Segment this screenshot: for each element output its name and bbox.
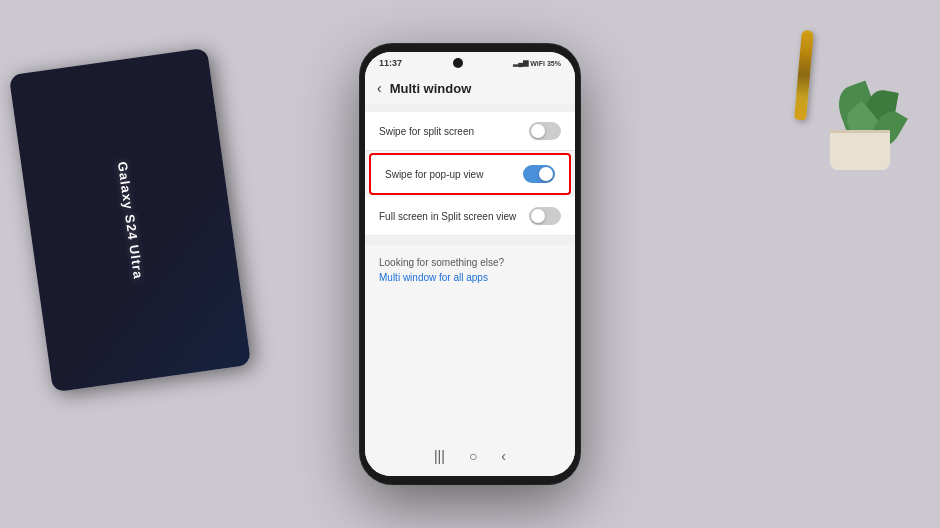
status-icons: ▂▄▆ WiFi 35%	[513, 59, 561, 67]
toggle-fullscreen-split[interactable]	[529, 207, 561, 225]
setting-fullscreen-split[interactable]: Full screen in Split screen view	[365, 197, 575, 236]
phone-device: 11:37 ▂▄▆ WiFi 35% ‹ Multi window Swipe …	[360, 44, 580, 484]
camera-notch	[453, 58, 463, 68]
setting-split-screen-label: Swipe for split screen	[379, 126, 529, 137]
status-time: 11:37	[379, 58, 402, 68]
plant-decoration	[800, 10, 920, 170]
toggle-split-screen-knob	[531, 124, 545, 138]
multi-window-link[interactable]: Multi window for all apps	[379, 272, 561, 283]
toggle-split-screen[interactable]	[529, 122, 561, 140]
screen-header: ‹ Multi window	[365, 72, 575, 104]
plant-pot	[830, 130, 890, 170]
settings-list: Swipe for split screen Swipe for pop-up …	[365, 112, 575, 440]
signal-icon: ▂▄▆	[513, 59, 528, 67]
info-section: Looking for something else? Multi window…	[365, 245, 575, 289]
toggle-popup-view-knob	[539, 167, 553, 181]
back-arrow-icon[interactable]: ‹	[377, 80, 382, 96]
section-gap-2	[365, 237, 575, 245]
info-title: Looking for something else?	[379, 257, 561, 268]
wifi-icon: WiFi	[530, 60, 545, 67]
header-title: Multi window	[390, 81, 472, 96]
status-bar: 11:37 ▂▄▆ WiFi 35%	[365, 52, 575, 72]
back-button[interactable]: ‹	[501, 448, 506, 464]
setting-popup-view[interactable]: Swipe for pop-up view	[369, 153, 571, 195]
toggle-popup-view[interactable]	[523, 165, 555, 183]
battery-text: 35%	[547, 60, 561, 67]
setting-popup-view-label: Swipe for pop-up view	[385, 169, 523, 180]
samsung-box-label: Galaxy S24 Ultra	[114, 160, 145, 280]
home-button[interactable]: ○	[469, 448, 477, 464]
recents-button[interactable]: |||	[434, 448, 445, 464]
toggle-fullscreen-split-knob	[531, 209, 545, 223]
setting-split-screen[interactable]: Swipe for split screen	[365, 112, 575, 151]
section-gap-1	[365, 104, 575, 112]
setting-fullscreen-split-label: Full screen in Split screen view	[379, 211, 529, 222]
phone-screen: 11:37 ▂▄▆ WiFi 35% ‹ Multi window Swipe …	[365, 52, 575, 476]
nav-bar: ||| ○ ‹	[365, 440, 575, 476]
